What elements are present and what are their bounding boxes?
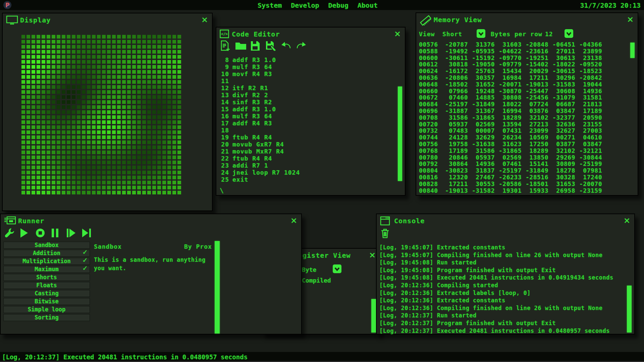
code-line[interactable]: 8addf R3 1.0 [220, 56, 300, 63]
code-line[interactable]: 16mulf R3 64 [220, 113, 300, 120]
display-pixel [77, 135, 80, 139]
menu-item-develop[interactable]: Develop [291, 1, 319, 9]
memory-view-titlebar[interactable]: Memory View ✕ [416, 13, 638, 25]
code-line[interactable]: 24jnei loop R7 1024 [220, 169, 300, 176]
menu-item-debug[interactable]: Debug [328, 1, 348, 9]
close-icon[interactable]: ✕ [369, 251, 376, 260]
code-line[interactable]: 22ftub R4 R4 [220, 155, 300, 162]
code-line[interactable]: 25exit [220, 176, 300, 183]
display-pixel [117, 191, 121, 194]
console-scrollbar[interactable] [627, 286, 632, 333]
program-sandbox[interactable]: Sandbox [3, 242, 90, 249]
code-editor-text-area[interactable]: 8addf R3 1.09mulf R3 6410movf R4 R31112i… [220, 56, 300, 183]
code-line[interactable]: 10movf R4 R3 [220, 70, 300, 77]
code-line[interactable]: 14sinf R3 R2 [220, 99, 300, 106]
display-pixel [72, 70, 75, 74]
display-pixel [142, 85, 146, 89]
display-pixel [122, 150, 126, 154]
display-pixel [62, 181, 65, 184]
display-pixel [57, 45, 60, 49]
display-pixel [112, 110, 116, 114]
display-pixel [167, 120, 171, 124]
code-line[interactable]: 11 [220, 77, 300, 84]
program-casting[interactable]: Casting [3, 290, 90, 297]
console-titlebar[interactable]: Console ✕ [377, 214, 634, 226]
code-line[interactable]: 9mulf R3 64 [220, 63, 300, 70]
code-line[interactable]: 20movub GxR7 R4 [220, 141, 300, 148]
display-pixel [142, 45, 146, 49]
code-line[interactable]: 19ftub R4 R4 [220, 134, 300, 141]
display-pixel [72, 100, 75, 104]
display-pixel [112, 85, 116, 89]
close-icon[interactable]: ✕ [290, 216, 297, 226]
new-file-icon[interactable] [220, 40, 232, 52]
trash-icon[interactable] [381, 228, 389, 240]
program-addition[interactable]: Addition✓ [3, 250, 90, 257]
open-folder-icon[interactable] [235, 40, 247, 52]
register-scrollbar[interactable] [371, 299, 376, 333]
save-icon[interactable] [250, 40, 262, 52]
display-pixel [77, 186, 80, 189]
program-floats[interactable]: Floats [3, 282, 90, 289]
app-logo-icon[interactable]: P [3, 1, 11, 9]
program-shorts[interactable]: Shorts [3, 274, 90, 281]
display-pixel [77, 120, 80, 124]
display-pixel [26, 75, 30, 79]
display-pixel [32, 145, 35, 149]
program-sorting[interactable]: Sorting [3, 314, 90, 321]
display-pixel [37, 35, 40, 39]
wrench-icon[interactable] [4, 228, 15, 238]
code-editor-scrollbar[interactable] [398, 86, 402, 181]
program-maximum[interactable]: Maximum✓ [3, 266, 90, 273]
program-bitwise[interactable]: Bitwise [3, 298, 90, 305]
display-pixel [102, 171, 106, 174]
display-pixel [97, 125, 101, 129]
pause-icon[interactable] [50, 228, 61, 238]
code-line[interactable]: 17addf R4 R3 [220, 120, 300, 127]
run-to-end-icon[interactable] [81, 228, 92, 238]
stop-icon[interactable] [35, 228, 46, 238]
display-pixel [72, 181, 75, 184]
display-titlebar[interactable]: Display ✕ [3, 13, 212, 25]
display-pixel [92, 35, 96, 39]
display-pixel [87, 186, 91, 189]
code-line[interactable]: 12itf R2 R1 [220, 84, 300, 92]
program-simple-loop[interactable]: Simple loop [3, 306, 90, 313]
display-pixel [62, 100, 65, 104]
display-pixel [32, 140, 35, 144]
save-as-icon[interactable] [265, 40, 277, 52]
undo-icon[interactable] [280, 40, 292, 52]
display-pixel [132, 186, 136, 189]
display-pixel [107, 110, 111, 114]
close-icon[interactable]: ✕ [624, 216, 630, 226]
code-line[interactable]: 21movub MxR7 R4 [220, 148, 300, 155]
menu-item-about[interactable]: About [358, 1, 378, 9]
code-editor-titlebar[interactable]: </> Code Editor ✕ [216, 27, 405, 40]
program-multiplication[interactable]: Multiplication✓ [3, 258, 90, 265]
bytes-per-row-dropdown[interactable] [565, 29, 573, 38]
redo-icon[interactable] [295, 40, 307, 52]
memory-scrollbar[interactable] [630, 43, 635, 58]
view-mode-dropdown[interactable] [477, 29, 485, 38]
display-pixel [87, 145, 91, 149]
runner-titlebar[interactable]: Runner ✕ [1, 214, 301, 226]
code-line[interactable]: 18 [220, 127, 300, 134]
close-icon[interactable]: ✕ [201, 15, 208, 25]
display-pixel [172, 130, 176, 134]
register-format-dropdown[interactable] [333, 264, 341, 273]
menu-item-system[interactable]: System [258, 1, 282, 9]
code-line[interactable]: 13divf R2 2 [220, 92, 300, 99]
display-pixel [52, 156, 55, 159]
runner-detail-scrollbar[interactable] [215, 241, 220, 334]
display-pixel [42, 40, 45, 44]
display-pixel [77, 130, 80, 134]
close-icon[interactable]: ✕ [394, 29, 401, 39]
step-icon[interactable] [66, 228, 76, 238]
display-pixel [47, 95, 50, 99]
code-line[interactable]: 23addi R7 1 [220, 162, 300, 169]
resize-handle[interactable]: \ [220, 186, 224, 194]
memory-row: 00732074830000707431230993262727003 [419, 127, 620, 134]
code-line[interactable]: 15addf R3 1.0 [220, 106, 300, 113]
close-icon[interactable]: ✕ [627, 15, 634, 24]
play-icon[interactable] [19, 228, 30, 238]
